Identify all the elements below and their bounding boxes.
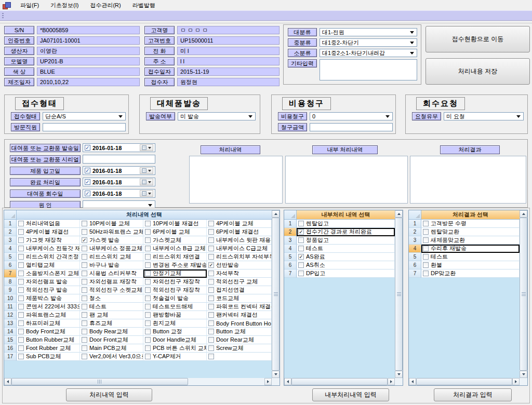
calendar-dropdown-button[interactable] — [140, 167, 153, 174]
grid-cell[interactable]: 렌탈맞교환 — [421, 228, 520, 236]
scroll-track[interactable] — [188, 378, 264, 385]
grid-cell[interactable]: 렌탈입고 — [297, 220, 395, 228]
scroll-down-button[interactable] — [272, 371, 280, 378]
grid-cell[interactable]: ✓접수기간 경과로 처리완료 — [297, 228, 395, 236]
checkbox[interactable]: ✓ — [298, 254, 304, 260]
row-number[interactable]: 9 — [4, 286, 17, 294]
grid-cell[interactable]: 멀티탭교체 — [17, 261, 80, 269]
checkbox[interactable]: ✓ — [208, 262, 214, 268]
checkbox[interactable] — [18, 312, 24, 318]
checkbox[interactable] — [423, 229, 429, 235]
grid-cell[interactable]: 청소 — [80, 294, 143, 303]
grid-cell[interactable]: 자외선램프 발송 — [17, 278, 80, 286]
grid-cell[interactable]: Door Handle교체 — [143, 336, 207, 344]
vertical-scrollbar[interactable] — [272, 210, 280, 378]
checkbox[interactable] — [298, 271, 304, 276]
customer-no-field[interactable]: UP15000011 — [177, 36, 280, 45]
checkbox[interactable] — [82, 246, 87, 251]
row-number[interactable]: 1 — [284, 220, 297, 228]
checkbox[interactable] — [208, 320, 214, 326]
checkbox[interactable] — [82, 337, 87, 343]
grid-cell[interactable]: 하프미러교체 — [17, 319, 80, 328]
checkbox[interactable]: ✓ — [82, 237, 87, 243]
grid-cell[interactable]: Ver2,0에서 Ver3,0으로 — [80, 353, 143, 361]
grid-cell[interactable]: Body Front교체 — [17, 328, 80, 336]
internal-processing-input-button[interactable]: 내부처리내역 입력 — [312, 388, 389, 401]
grid-cell[interactable]: 코드교체 — [207, 294, 272, 303]
grid-cell[interactable]: 내부케이스 B급 교체 — [143, 245, 207, 253]
checkbox[interactable] — [18, 237, 24, 243]
date-checkbox[interactable]: ✓ — [85, 145, 90, 151]
checkbox[interactable] — [82, 345, 87, 351]
ship-status-select[interactable]: 미 발송 — [178, 112, 256, 120]
grid-corner-cell[interactable] — [409, 210, 421, 220]
scroll-up-button[interactable] — [272, 210, 280, 218]
color-field[interactable]: BLUE — [37, 68, 140, 76]
toolbar-grip[interactable] — [2, 13, 4, 19]
etc-input-textarea[interactable] — [320, 59, 417, 80]
grid-cell[interactable]: 소음방지스폰지 교체 — [17, 269, 80, 278]
checkbox[interactable] — [208, 246, 214, 251]
grid-cell[interactable] — [207, 353, 272, 361]
grid-cell[interactable]: Button 교체 — [207, 328, 272, 336]
checkbox[interactable] — [145, 304, 151, 309]
checkbox[interactable] — [145, 320, 151, 326]
cert-no-field[interactable]: JA07101-10001 — [37, 36, 140, 45]
grid-cell[interactable]: Screw교체 — [207, 344, 272, 353]
loaner-return-date-picker[interactable]: ✓2016-01-18 — [83, 189, 155, 198]
checkbox[interactable] — [208, 337, 214, 343]
grid-cell[interactable]: 내부케이스 뒷판 재용접 — [207, 236, 272, 245]
checkbox[interactable] — [145, 337, 151, 343]
checkbox[interactable] — [145, 329, 151, 334]
grid-cell[interactable]: 적외선전구 재장착 — [143, 286, 207, 294]
grid-cell[interactable]: 적외선전구 발송 — [17, 286, 80, 294]
calendar-dropdown-button[interactable] — [140, 190, 153, 197]
grid-cell[interactable]: 파워트랜스교체 — [17, 311, 80, 319]
checkbox[interactable] — [208, 271, 214, 276]
visit-staff-field[interactable] — [43, 123, 126, 131]
checkbox[interactable] — [18, 337, 24, 343]
date-checkbox[interactable]: ✓ — [85, 179, 90, 185]
row-number[interactable]: 12 — [4, 311, 17, 319]
grid-cell[interactable]: 테스트모드해제 — [143, 303, 207, 311]
grid-cell[interactable]: 적외선전구 교체 — [207, 278, 272, 286]
checkbox[interactable] — [208, 329, 214, 334]
grid-cell[interactable]: 변경된 주소로 재발송 — [143, 261, 207, 269]
complete-date-picker[interactable]: ✓2016-01-18 — [83, 178, 155, 186]
grid-cell[interactable]: 가스켓교체 — [143, 236, 207, 245]
processing-history-input-button[interactable]: 처리내역 입력 — [66, 388, 152, 401]
date-checkbox[interactable]: ✓ — [85, 191, 90, 196]
checkbox[interactable] — [18, 295, 24, 301]
grid-cell[interactable]: 파워코드 컨넥터 재결선 — [207, 303, 272, 311]
grid-cell[interactable]: Door Front교체 — [80, 336, 143, 344]
checkbox[interactable] — [208, 229, 214, 235]
row-number[interactable]: 17 — [4, 353, 17, 361]
scroll-right-button[interactable] — [388, 378, 395, 385]
grid-cell[interactable]: 내부케이스 C급교체 — [207, 245, 272, 253]
row-number[interactable]: 5 — [284, 253, 297, 261]
menu-file[interactable]: 파일(F) — [15, 0, 45, 11]
checkbox[interactable] — [145, 287, 151, 293]
bill-amount-field[interactable] — [310, 123, 393, 131]
grid-cell[interactable]: 수리후 재발송 — [421, 245, 520, 253]
grid-cell[interactable]: Y-CAP제거 — [143, 353, 207, 361]
grid-cell[interactable]: Sub PCB교체 — [17, 353, 80, 361]
checkbox[interactable] — [298, 221, 304, 226]
phone-field[interactable]: 미 l — [177, 47, 280, 55]
row-number[interactable]: 2 — [4, 228, 17, 236]
request-status-select[interactable]: 미 요청 — [444, 112, 524, 120]
checkbox[interactable] — [145, 271, 151, 276]
grid-cell[interactable]: 4P케이블 재결선 — [17, 228, 80, 236]
checkbox[interactable] — [82, 287, 87, 293]
checkbox[interactable] — [82, 312, 87, 318]
grid-cell[interactable]: Door Rear교체 — [207, 336, 272, 344]
vertical-scrollbar[interactable] — [520, 210, 527, 378]
checkbox[interactable] — [298, 262, 304, 268]
grid-cell[interactable]: 가그켓 재장착 — [17, 236, 80, 245]
save-processing-button[interactable]: 처리내용 저장 — [425, 58, 530, 85]
address-field[interactable]: l l — [177, 57, 280, 65]
row-number[interactable]: 1 — [409, 220, 421, 228]
checkbox[interactable] — [208, 345, 214, 351]
checkbox[interactable] — [82, 279, 87, 285]
menu-reception[interactable]: 접수관리(R) — [84, 0, 126, 11]
